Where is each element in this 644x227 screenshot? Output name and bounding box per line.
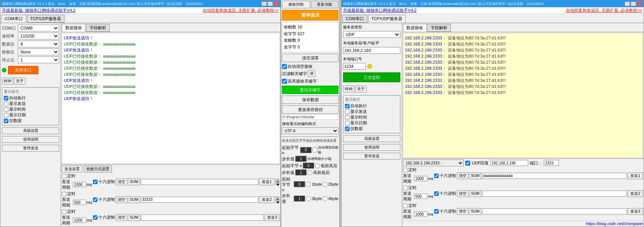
send1-sum-button[interactable]: SUM — [128, 178, 140, 185]
right-send2-timed-check[interactable] — [403, 186, 408, 190]
start-byte2-input[interactable] — [303, 163, 314, 169]
send1-clear-button[interactable]: 清空 — [116, 178, 127, 185]
step1-input[interactable] — [295, 156, 307, 162]
qing-button[interactable]: 清 — [308, 70, 315, 77]
baud-rate-select[interactable]: 115200 — [18, 33, 59, 39]
send1-hex-check[interactable] — [93, 180, 98, 184]
right-usage-button[interactable]: 使用说明 — [343, 144, 400, 151]
search-keyword-button[interactable]: 查找关键字 — [282, 86, 339, 94]
right-send1-sum-button[interactable]: SUM — [469, 172, 481, 179]
byte4-radio[interactable] — [323, 196, 328, 201]
right-clock-button[interactable]: 时钟 — [343, 86, 354, 92]
listen-button[interactable]: 正在监听 — [343, 72, 400, 82]
right-data-receive-tab[interactable]: 数据接收 — [403, 24, 427, 32]
only-data-checkbox[interactable] — [4, 119, 8, 123]
scroll-up-2[interactable]: ▲ — [276, 197, 279, 200]
right-minimize-button[interactable]: _ — [625, 2, 630, 6]
right-send3-sum-button[interactable]: SUM — [469, 208, 481, 215]
right-send1-text-input[interactable] — [482, 173, 627, 179]
send2-period-input[interactable] — [73, 200, 86, 205]
save-path-button[interactable]: 更改保存路径 — [282, 105, 339, 114]
data-receive-tab[interactable]: 数据接收 — [62, 24, 85, 32]
send2-hex-check[interactable] — [93, 197, 98, 202]
encoding-select[interactable]: UTF-8 GBK ASCII — [282, 127, 339, 134]
right-send1-button[interactable]: 发送1 — [628, 172, 643, 179]
right-send3-period-input[interactable] — [414, 211, 427, 217]
data-bits-select[interactable]: 8 — [18, 41, 59, 47]
right-send2-button[interactable]: 发送2 — [628, 190, 643, 197]
field-parse-tab[interactable]: 字段解析 — [86, 24, 110, 32]
right-show-time-checkbox[interactable] — [345, 115, 350, 120]
stop-send-button[interactable]: 暂停发送 — [2, 145, 59, 152]
send3-clear-button[interactable]: 清空 — [116, 214, 127, 221]
send1-period-input[interactable] — [73, 182, 86, 187]
right-advanced-button[interactable]: 高级设置 — [343, 135, 400, 142]
auto-exec-checkbox[interactable] — [4, 96, 8, 100]
right-stop-send-button[interactable]: 暂停发送 — [343, 153, 400, 160]
send3-text-input[interactable] — [141, 214, 264, 221]
checksum-tab[interactable]: 校验方式设置 — [84, 166, 112, 172]
close-button[interactable]: × — [274, 2, 279, 6]
show-send-checkbox[interactable] — [4, 102, 8, 106]
send3-sum-button[interactable]: SUM — [128, 214, 140, 221]
start-byte1-input[interactable] — [300, 147, 312, 153]
receive-control-tab[interactable]: 接收控制 — [282, 1, 310, 8]
send2-clear-button[interactable]: 清空 — [116, 196, 127, 203]
right-only-data-checkbox[interactable] — [345, 127, 350, 131]
right-send3-text-input[interactable] — [482, 208, 627, 214]
clock-button[interactable]: 时钟 — [2, 78, 13, 85]
right-send3-hex-check[interactable] — [434, 209, 439, 214]
right-maximize-button[interactable]: □ — [631, 2, 636, 6]
byte2-radio[interactable] — [323, 182, 328, 187]
minimize-button[interactable]: _ — [261, 2, 267, 6]
advanced-settings-button[interactable]: 高级设置 — [2, 127, 59, 134]
tab-com-serial[interactable]: COM串口 — [1, 15, 26, 23]
pause-display-button[interactable]: 暂停显示 — [282, 10, 339, 20]
byte1-radio[interactable] — [306, 182, 311, 187]
right-upgrade-link[interactable]: 升级最新版: 猫猫串口网络调试助手V4.2 — [343, 8, 417, 13]
highlight-checkbox[interactable] — [282, 79, 287, 84]
parity-select[interactable]: None — [18, 49, 59, 55]
right-send3-clear-button[interactable]: 清空 — [457, 208, 468, 215]
right-send2-hex-check[interactable] — [434, 191, 439, 196]
start-byte3-input[interactable] — [294, 181, 305, 187]
left-upgrade-link[interactable]: 升级最新版: 猫猫串口网络调试助手V4.2 — [2, 8, 76, 13]
send2-timed-check[interactable] — [62, 192, 66, 196]
com-port-select[interactable]: COM8 — [18, 25, 59, 31]
more-functions-tab[interactable]: 更多功能 — [311, 1, 339, 8]
stop-bits-select[interactable]: 1 — [18, 56, 59, 63]
high-low-radio[interactable] — [307, 170, 312, 175]
udp-reply-ip-input[interactable] — [490, 160, 528, 166]
step3-input[interactable] — [294, 196, 305, 202]
send3-period-input[interactable] — [73, 218, 86, 223]
scroll-down-1[interactable]: ▼ — [276, 182, 279, 185]
right-field-parse-tab[interactable]: 字段解析 — [427, 24, 451, 32]
right-auto-reply-link[interactable]: 自动回复和发送区, 无限扩展, 必读教程>> — [566, 8, 642, 13]
right-close-button[interactable]: × — [637, 2, 642, 6]
byte3-radio[interactable] — [306, 196, 311, 201]
right-tab-tcp-udp[interactable]: TCP/UDP服务器 — [368, 15, 406, 23]
send3-button[interactable]: 发送3 — [265, 214, 280, 221]
right-send3-timed-check[interactable] — [403, 204, 408, 208]
right-tab-com-serial[interactable]: COM串口 — [342, 15, 367, 23]
auto-clear-checkbox[interactable] — [282, 64, 287, 69]
scroll-up-1[interactable]: ▲ — [276, 179, 279, 182]
about-button[interactable]: 关于 — [14, 78, 25, 85]
send2-text-input[interactable] — [141, 197, 258, 203]
send1-timed-check[interactable] — [62, 174, 66, 178]
server-ip-input[interactable] — [343, 47, 400, 54]
server-type-select[interactable]: UDP TCP Server TCP Client — [343, 31, 400, 38]
right-auto-exec-checkbox[interactable] — [345, 104, 350, 108]
send1-text-input[interactable] — [141, 179, 258, 185]
right-send1-timed-check[interactable] — [403, 168, 408, 172]
right-show-send-checkbox[interactable] — [345, 110, 350, 114]
right-send2-period-input[interactable] — [414, 194, 427, 199]
send2-button[interactable]: 发送2 — [259, 196, 274, 203]
clear-zero-button[interactable]: 清空清零 — [282, 54, 339, 62]
send1-button[interactable]: 发送1 — [259, 178, 274, 185]
right-show-date-checkbox[interactable] — [345, 121, 350, 125]
udp-target-select[interactable]: 192.168.2.196:2333： — [403, 160, 464, 166]
right-port-input[interactable] — [544, 160, 559, 166]
maximize-button[interactable]: □ — [268, 2, 273, 6]
show-date-checkbox[interactable] — [4, 113, 8, 117]
